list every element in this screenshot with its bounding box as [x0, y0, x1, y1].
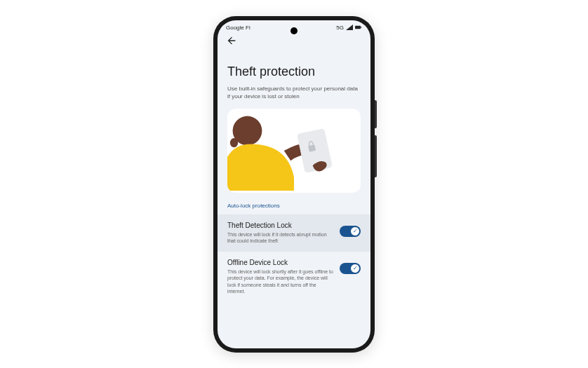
- check-icon: ✓: [353, 228, 358, 235]
- volume-button: [375, 100, 377, 128]
- check-icon: ✓: [353, 265, 358, 272]
- signal-icon: [346, 25, 353, 30]
- hero-illustration: [227, 109, 361, 193]
- setting-description: This device will lock if it detects abru…: [227, 231, 334, 245]
- setting-offline-device-lock[interactable]: Offline Device Lock This device will loc…: [227, 252, 361, 302]
- battery-icon: [355, 25, 362, 30]
- power-button: [375, 135, 377, 177]
- phone-frame: Google Fi 5G Theft protection Use built-…: [213, 16, 375, 353]
- carrier-label: Google Fi: [226, 25, 250, 31]
- setting-theft-detection-lock[interactable]: Theft Detection Lock This device will lo…: [218, 214, 370, 252]
- phone-screen: Google Fi 5G Theft protection Use built-…: [218, 20, 370, 348]
- svg-point-3: [230, 138, 238, 147]
- toggle-offline-device[interactable]: ✓: [340, 263, 361, 274]
- nav-bar: [218, 32, 370, 55]
- setting-description: This device will lock shortly after it g…: [227, 268, 334, 295]
- setting-title: Offline Device Lock: [227, 259, 334, 266]
- toggle-theft-detection[interactable]: ✓: [340, 226, 361, 237]
- setting-title: Theft Detection Lock: [227, 222, 334, 229]
- network-label: 5G: [336, 25, 344, 31]
- front-camera: [290, 27, 298, 34]
- content-area: Theft protection Use built-in safeguards…: [218, 55, 370, 348]
- section-header: Auto-lock protections: [227, 203, 361, 209]
- page-title: Theft protection: [227, 64, 361, 79]
- back-arrow-icon[interactable]: [226, 35, 237, 46]
- page-subtitle: Use built-in safeguards to protect your …: [227, 85, 361, 100]
- svg-rect-0: [355, 26, 361, 29]
- svg-rect-1: [361, 27, 361, 27]
